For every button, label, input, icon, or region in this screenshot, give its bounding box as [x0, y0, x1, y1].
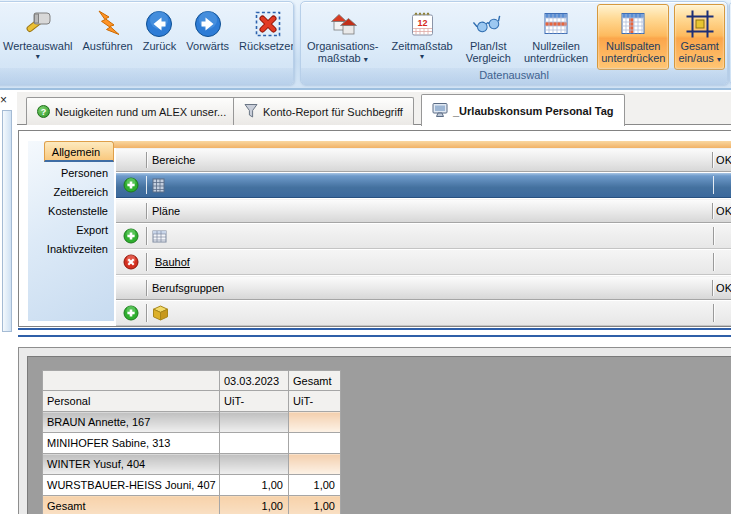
vorwaerts-label: Vorwärts: [186, 40, 229, 52]
execute-lightning-icon: [93, 7, 123, 40]
sidebar-tab-zeitbereich[interactable]: Zeitbereich: [28, 183, 114, 202]
dropdown-arrow-icon: ▾: [364, 55, 368, 64]
remove-button[interactable]: [116, 250, 146, 274]
report-panel: 03.03.2023 Gesamt Personal UiT- UiT- BRA…: [18, 347, 731, 514]
organisationsmassstab-label-line2: maßstab: [318, 52, 361, 64]
ruecksetzen-button[interactable]: Rücksetzen: [235, 4, 294, 70]
filter-row-berufsgruppen-add[interactable]: [116, 301, 731, 326]
panel-splitter[interactable]: [18, 328, 731, 337]
nullspalten-label-line2: unterdrücken: [601, 52, 665, 64]
day-value-cell: [220, 412, 289, 433]
day-value-cell: [220, 433, 289, 454]
nullzeilen-label-line1: Nullzeilen: [532, 40, 580, 52]
filter-row-plaene-add[interactable]: [116, 224, 731, 249]
glasses-icon: [473, 7, 503, 40]
section-title: Bereiche: [147, 149, 712, 171]
tab-urlaubskonsum-label: _Urlaubskonsum Personal Tag: [453, 105, 614, 117]
sidebar-tab-allgemein[interactable]: Allgemein: [44, 141, 114, 162]
total-value-cell: 1,00: [289, 475, 341, 496]
plan-ist-vergleich-button[interactable]: Plan/Ist Vergleich: [462, 4, 515, 70]
nullzeilen-button[interactable]: Nullzeilen unterdrücken: [520, 4, 592, 70]
table-row: BRAUN Annette, 167: [43, 412, 341, 433]
add-button[interactable]: [116, 224, 146, 248]
filter-panel-accent-strip: [45, 141, 731, 148]
status-ok: OK: [713, 154, 731, 166]
unit-label: UiT-: [289, 391, 341, 412]
ribbon-group-datenauswahl: Organisations- maßstab ▾ 12 Zeitmaßstab …: [300, 1, 728, 85]
plan-grid-icon: [152, 230, 167, 243]
zurueck-button[interactable]: Zurück: [139, 4, 181, 70]
tab-neuigkeiten-label: Neuigkeiten rund um ALEX unser...: [55, 106, 226, 118]
nullspalten-label-line1: Nullspalten: [606, 40, 660, 52]
table-columns-icon: [618, 7, 648, 40]
close-icon[interactable]: ×: [0, 94, 10, 107]
ribbon-group-general: Werteauswahl ▾ Ausführen: [0, 1, 294, 85]
ausfuehren-label: Ausführen: [83, 40, 133, 52]
section-header-berufsgruppen: Berufsgruppen OK: [116, 276, 731, 300]
werteauswahl-button[interactable]: Werteauswahl ▾: [0, 4, 77, 70]
status-ok: OK: [713, 205, 731, 217]
person-name-cell[interactable]: WURSTBAUER-HEISS Jouni, 407: [43, 475, 220, 496]
sidebar-tab-export[interactable]: Export: [28, 221, 114, 240]
filter-rows: Bereiche OK: [116, 148, 731, 327]
tab-neuigkeiten[interactable]: ? Neuigkeiten rund um ALEX unser...: [26, 97, 237, 125]
gesamt-label-line2: ein/aus: [678, 52, 713, 64]
gesamt-label-line1: Gesamt: [680, 40, 719, 52]
filter-panel: Allgemein Personen Zeitbereich Kostenste…: [18, 130, 731, 327]
total-row-label: Gesamt: [43, 496, 220, 514]
filter-sidebar: Allgemein Personen Zeitbereich Kostenste…: [28, 141, 114, 321]
section-title: Berufsgruppen: [147, 277, 712, 299]
organization-houses-icon: [328, 7, 358, 40]
section-header-bereiche: Bereiche OK: [116, 148, 731, 172]
ribbon: Werteauswahl ▾ Ausführen: [0, 0, 731, 90]
zeitmassstab-button[interactable]: 12 Zeitmaßstab ▾: [388, 4, 457, 70]
tab-konto-report[interactable]: Konto-Report für Suchbegriff: [233, 97, 414, 125]
add-button[interactable]: [116, 301, 146, 325]
ribbon-group-datenauswahl-label: Datenauswahl: [301, 68, 727, 84]
total-frame-icon: [685, 7, 715, 40]
gesamt-ein-aus-button[interactable]: Gesamt ein/aus ▾: [674, 4, 725, 70]
total-value-cell: [289, 454, 341, 475]
nullzeilen-label-line2: unterdrücken: [524, 52, 588, 64]
organisationsmassstab-button[interactable]: Organisations- maßstab ▾: [303, 4, 383, 70]
add-button[interactable]: [116, 173, 146, 197]
person-name-cell[interactable]: BRAUN Annette, 167: [43, 412, 220, 433]
sidebar-tab-inaktivzeiten[interactable]: Inaktivzeiten: [28, 240, 114, 259]
collapsed-panel-strip[interactable]: [2, 110, 12, 332]
report-canvas: 03.03.2023 Gesamt Personal UiT- UiT- BRA…: [27, 356, 731, 514]
sidebar-tab-personen[interactable]: Personen: [28, 164, 114, 183]
filter-row-plan-bauhof[interactable]: Bauhof: [116, 250, 731, 275]
reset-icon: [253, 7, 283, 40]
vorwaerts-button[interactable]: Vorwärts: [182, 4, 233, 70]
zeitmassstab-label: Zeitmaßstab: [392, 40, 453, 52]
sidebar-tab-kostenstelle[interactable]: Kostenstelle: [28, 202, 114, 221]
dropdown-arrow-icon: ▾: [36, 52, 40, 61]
total-column-header: Gesamt: [289, 371, 341, 391]
plan-ist-label-line2: Vergleich: [466, 52, 511, 64]
total-value-cell: [289, 433, 341, 454]
table-total-row: Gesamt 1,00 1,00: [43, 496, 341, 514]
status-ok: OK: [713, 282, 731, 294]
bauhof-link[interactable]: Bauhof: [152, 256, 193, 268]
ruecksetzen-label: Rücksetzen: [239, 40, 294, 52]
dropdown-arrow-icon: ▾: [420, 52, 424, 61]
grand-total-cell: 1,00: [289, 496, 341, 514]
ausfuehren-button[interactable]: Ausführen: [79, 4, 137, 70]
plus-icon: [123, 177, 139, 193]
nullspalten-button[interactable]: Nullspalten unterdrücken: [597, 4, 669, 70]
day-value-cell: 1,00: [220, 475, 289, 496]
dropdown-arrow-icon: ▾: [717, 55, 721, 64]
ribbon-group-general-label: ein: [0, 68, 293, 84]
person-name-cell[interactable]: MINIHOFER Sabine, 313: [43, 433, 220, 454]
alex-application-window: { "ribbon": { "left_group": { "label": "…: [0, 0, 731, 514]
cube-icon: [152, 305, 169, 321]
total-value-cell: [289, 412, 341, 433]
plus-icon: [123, 305, 139, 321]
filter-row-bereiche-selected[interactable]: [116, 173, 731, 198]
tab-urlaubskonsum[interactable]: _Urlaubskonsum Personal Tag: [421, 94, 625, 126]
person-name-cell[interactable]: WINTER Yusuf, 404: [43, 454, 220, 475]
table-row: WURSTBAUER-HEISS Jouni, 407 1,00 1,00: [43, 475, 341, 496]
table-row: WINTER Yusuf, 404: [43, 454, 341, 475]
back-icon: [144, 7, 174, 40]
table-rows-icon: [541, 7, 571, 40]
